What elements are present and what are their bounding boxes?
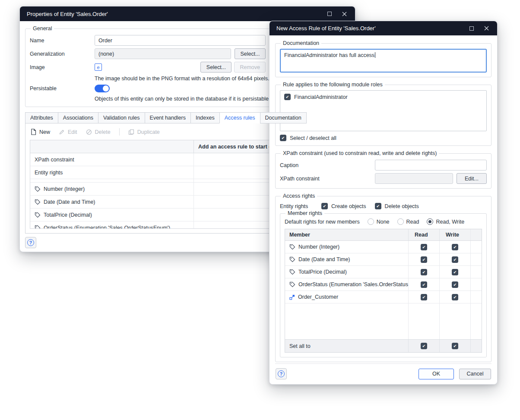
new-button[interactable]: New [31, 129, 50, 135]
member-rights-table: Member Read Write Number (Integer) [285, 229, 482, 353]
new-document-icon [31, 129, 36, 135]
read-column-header: Read [408, 229, 439, 240]
none-radio[interactable] [368, 218, 374, 225]
toolbar-separator [119, 128, 120, 136]
write-checkbox[interactable] [452, 269, 458, 275]
tab-documentation[interactable]: Documentation [260, 112, 307, 123]
delete-button[interactable]: Delete [86, 129, 111, 135]
win1-titlebar: Properties of Entity 'Sales.Order' [20, 6, 355, 21]
member-table-row[interactable]: TotalPrice (Decimal) [285, 266, 482, 278]
read-checkbox[interactable] [421, 244, 427, 250]
member-table-row[interactable]: OrderStatus (Enumeration 'Sales.OrderSta… [285, 278, 482, 291]
create-objects-checkbox[interactable] [321, 203, 328, 209]
tab-attributes[interactable]: Attributes [25, 112, 58, 123]
win1-close-button[interactable] [337, 8, 352, 19]
win2-maximize-button[interactable] [464, 23, 479, 34]
read-checkbox[interactable] [421, 256, 427, 263]
read-write-radio[interactable] [427, 218, 433, 225]
member-name: Order_Customer [298, 294, 338, 300]
radio-option-read[interactable]: Read [397, 218, 419, 225]
select-all-checkbox[interactable] [280, 135, 286, 141]
win2-help-button[interactable]: ? [276, 368, 287, 379]
module-role-checkbox[interactable] [284, 94, 291, 100]
create-objects-option[interactable]: Create objects [321, 203, 366, 209]
select-all-label: Select / deselect all [290, 135, 336, 141]
generalization-label: Generalization [30, 51, 95, 57]
access-rights-legend: Access rights [281, 193, 317, 199]
xpath-group-legend: XPath constraint (used to constrain read… [281, 150, 439, 156]
attribute-tag-icon [35, 212, 41, 218]
select-deselect-all-row[interactable]: Select / deselect all [280, 135, 487, 141]
image-remove-button[interactable]: Remove [234, 62, 266, 73]
read-checkbox[interactable] [421, 281, 427, 288]
generalization-select-button[interactable]: Select... [235, 48, 266, 59]
edit-button-label: Edit [68, 129, 77, 135]
cancel-button[interactable]: Cancel [459, 369, 491, 379]
write-checkbox[interactable] [452, 244, 458, 250]
member-column-header: Member [285, 229, 408, 240]
write-column-header: Write [439, 229, 470, 240]
read-radio[interactable] [397, 218, 404, 225]
maximize-icon [327, 12, 332, 16]
tab-access-rules[interactable]: Access rules [219, 112, 260, 123]
entity-image-icon: e [95, 63, 102, 71]
close-icon [484, 26, 489, 31]
persistable-toggle[interactable] [95, 85, 110, 92]
generalization-value [95, 48, 231, 59]
delete-button-label: Delete [95, 129, 111, 135]
set-all-read-checkbox[interactable] [421, 343, 427, 349]
name-input[interactable] [95, 35, 266, 46]
set-all-row[interactable]: Set all to [285, 339, 482, 352]
set-all-label: Set all to [285, 340, 408, 352]
read-checkbox[interactable] [421, 269, 427, 275]
help-icon: ? [27, 239, 34, 246]
delete-objects-checkbox[interactable] [375, 203, 381, 209]
entity-rights-row-label: Entity rights [30, 166, 193, 179]
set-all-write-checkbox[interactable] [452, 343, 458, 349]
tab-validation-rules[interactable]: Validation rules [98, 112, 145, 123]
member-table-row[interactable]: Order_Customer [285, 291, 482, 303]
duplicate-button-label: Duplicate [137, 129, 160, 135]
image-select-button[interactable]: Select... [200, 62, 231, 73]
tab-associations[interactable]: Associations [58, 112, 98, 123]
win2-titlebar: New Access Rule of Entity 'Sales.Order' [270, 21, 497, 35]
documentation-text: FinancialAdministrator has full access [284, 52, 374, 58]
maximize-icon [469, 26, 474, 31]
member-name: OrderStatus (Enumeration 'Sales.OrderSta… [298, 281, 408, 287]
xpath-edit-button[interactable]: Edit... [457, 173, 487, 184]
edit-button[interactable]: Edit [59, 129, 77, 135]
duplicate-button[interactable]: Duplicate [128, 129, 160, 135]
duplicate-icon [128, 129, 134, 135]
attribute-tag-icon [289, 281, 295, 287]
module-role-item[interactable]: FinancialAdministrator [284, 94, 482, 100]
write-checkbox[interactable] [452, 256, 458, 263]
module-roles-list[interactable]: FinancialAdministrator [280, 90, 487, 131]
write-checkbox[interactable] [452, 281, 458, 288]
win1-help-button[interactable]: ? [25, 237, 36, 248]
member-name: TotalPrice (Decimal) [298, 269, 347, 275]
win1-maximize-button[interactable] [322, 8, 337, 19]
xpath-constraint-input [375, 173, 453, 184]
ok-button[interactable]: OK [419, 369, 454, 379]
win1-title: Properties of Entity 'Sales.Order' [27, 11, 322, 17]
read-checkbox[interactable] [421, 294, 427, 300]
member-table-row[interactable]: Number (Integer) [285, 241, 482, 253]
member-label: Number (Integer) [44, 186, 85, 192]
documentation-textarea[interactable]: FinancialAdministrator has full access [280, 49, 487, 73]
tab-indexes[interactable]: Indexes [190, 112, 219, 123]
win2-close-button[interactable] [479, 23, 494, 34]
new-access-rule-dialog: New Access Rule of Entity 'Sales.Order' … [269, 21, 498, 385]
help-icon: ? [278, 370, 285, 377]
caption-label: Caption [280, 162, 371, 168]
tab-event-handlers[interactable]: Event handlers [145, 112, 190, 123]
module-roles-legend: Rule applies to the following module rol… [281, 82, 385, 88]
member-rights-group: Member rights Default rights for new mem… [280, 210, 487, 357]
delete-objects-option[interactable]: Delete objects [375, 203, 419, 209]
radio-option-none[interactable]: None [368, 218, 390, 225]
access-rights-group: Access rights Entity rights Create objec… [275, 193, 491, 362]
write-checkbox[interactable] [452, 294, 458, 300]
radio-option-read-write[interactable]: Read, Write [427, 218, 464, 225]
caption-input[interactable] [375, 160, 487, 171]
name-label: Name [30, 38, 95, 44]
member-table-row[interactable]: Date (Date and Time) [285, 253, 482, 266]
